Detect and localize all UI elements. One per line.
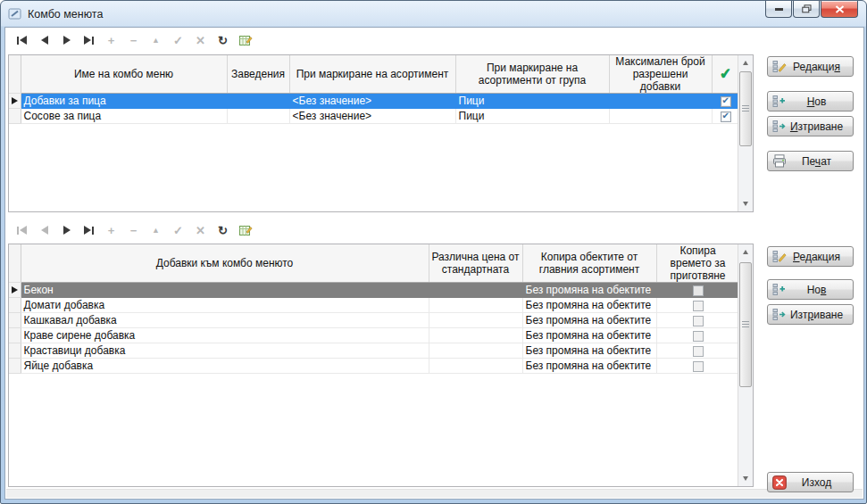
copy-time-checkbox[interactable] [693, 361, 704, 372]
restore-button[interactable] [793, 1, 820, 18]
nav-previous-icon[interactable] [33, 31, 55, 49]
close-button[interactable] [821, 1, 858, 18]
row-active-checkbox[interactable] [721, 112, 731, 122]
new-icon [772, 283, 787, 297]
scrollbar-thumb[interactable] [739, 71, 752, 146]
nav-next-icon[interactable] [55, 221, 78, 239]
nav-refresh-icon[interactable]: ↻ [212, 221, 234, 239]
column-header-on-mark-assortment[interactable]: При маркиране на асортимент [289, 55, 455, 94]
column-header-copy-objects[interactable]: Копира обектите от главния асортимент [522, 244, 656, 283]
scroll-up-button[interactable] [738, 244, 753, 260]
client-area: + − ▲ ✓ ✕ ↻ Име на комбо меню Заведения … [4, 27, 864, 500]
table-row[interactable]: Добавки за пица <Без значение> Пици [9, 94, 739, 109]
table-row[interactable]: Домати добавка Без промяна на обектите [9, 298, 739, 313]
button-label: Редакция [793, 61, 840, 73]
delete-button-top[interactable]: Изтриване [767, 116, 854, 136]
nav-add-icon: + [100, 221, 122, 239]
edit-icon [772, 250, 787, 264]
status-strip [6, 489, 863, 498]
button-label: Печат [802, 155, 831, 168]
thumb-grip-icon [742, 105, 749, 112]
nav-refresh-icon[interactable]: ↻ [212, 31, 234, 49]
minimize-icon [775, 8, 783, 11]
row-indicator-header [9, 244, 21, 283]
exit-icon [772, 475, 787, 490]
delete-icon [772, 120, 787, 134]
nav-post-icon: ✓ [167, 31, 189, 49]
button-label: Изтриване [790, 309, 843, 321]
table-row[interactable]: Сосове за пица <Без значение> Пици [9, 109, 739, 124]
edit-button-bottom[interactable]: Редакция [767, 246, 854, 267]
minimize-button[interactable] [765, 1, 792, 18]
nav-cancel-icon: ✕ [189, 221, 212, 239]
column-header-copy-time[interactable]: Копира времето за приготвяне [656, 244, 739, 283]
table-row[interactable]: Кашкавал добавка Без промяна на обектите [9, 313, 739, 328]
vertical-scrollbar[interactable] [738, 244, 753, 486]
button-label: Изход [802, 476, 831, 489]
thumb-grip-icon [742, 321, 749, 328]
grid-edit-icon[interactable] [234, 31, 256, 49]
scrollbar-thumb[interactable] [739, 262, 752, 387]
copy-time-checkbox[interactable] [693, 301, 704, 311]
scroll-up-button[interactable] [738, 55, 753, 70]
column-header-on-mark-group[interactable]: При маркиране на асортименти от група [455, 55, 609, 94]
new-button-top[interactable]: Нов [767, 91, 854, 112]
scroll-up-icon [743, 250, 748, 254]
navigator-toolbar-bottom: + − ▲ ✓ ✕ ↻ [11, 220, 256, 240]
scroll-down-button[interactable] [738, 196, 753, 211]
button-label: Нов [807, 95, 827, 108]
copy-time-checkbox[interactable] [693, 285, 704, 296]
column-header-price[interactable]: Различна цена от стандартната [429, 244, 522, 283]
copy-time-checkbox[interactable] [693, 331, 704, 342]
column-header-active[interactable] [712, 55, 739, 94]
active-header-check-icon [719, 65, 732, 83]
new-icon [772, 95, 787, 109]
delete-icon [772, 308, 787, 322]
column-header-max-addons[interactable]: Максимален брой разрешени добавки [609, 55, 712, 94]
button-label: Нов [807, 284, 827, 296]
table-row[interactable]: Краве сирене добавка Без промяна на обек… [9, 328, 739, 343]
scroll-up-icon [743, 61, 748, 65]
grid-edit-icon[interactable] [234, 221, 256, 239]
new-button-bottom[interactable]: Нов [767, 279, 854, 300]
vertical-scrollbar[interactable] [738, 55, 753, 211]
row-indicator-header [9, 55, 21, 94]
scroll-down-icon [743, 202, 748, 206]
table-row[interactable]: Краставици добавка Без промяна на обекти… [9, 343, 739, 359]
scroll-down-icon [743, 476, 748, 481]
print-icon [772, 154, 787, 169]
nav-last-icon[interactable] [78, 221, 100, 239]
nav-first-icon[interactable] [11, 31, 33, 49]
combo-addons-grid: Добавки към комбо менюто Различна цена о… [8, 244, 754, 487]
edit-button-top[interactable]: Редакция [767, 56, 854, 77]
nav-next-icon[interactable] [55, 31, 78, 49]
copy-time-checkbox[interactable] [693, 316, 704, 326]
column-header-addon-name[interactable]: Добавки към комбо менюто [21, 244, 429, 283]
print-button[interactable]: Печат [767, 151, 854, 171]
row-active-checkbox[interactable] [721, 96, 731, 107]
window-icon [8, 7, 22, 21]
table-row[interactable]: Бекон Без промяна на обектите [9, 283, 739, 298]
nav-add-icon: + [100, 31, 122, 49]
nav-post-icon: ✓ [167, 221, 189, 239]
window-controls [764, 1, 858, 18]
combo-menus-grid: Име на комбо меню Заведения При маркиран… [8, 54, 754, 212]
nav-remove-icon: − [122, 221, 145, 239]
nav-last-icon[interactable] [78, 31, 100, 49]
edit-icon [772, 60, 787, 74]
current-row-arrow-icon [12, 97, 18, 104]
column-header-sites[interactable]: Заведения [227, 55, 289, 94]
scroll-down-button[interactable] [738, 471, 753, 486]
restore-icon [802, 1, 812, 17]
exit-button[interactable]: Изход [767, 472, 854, 492]
window-title: Комбо менюта [28, 8, 103, 21]
column-header-name[interactable]: Име на комбо меню [21, 55, 227, 94]
current-row-arrow-icon [12, 286, 18, 293]
nav-first-icon [11, 221, 33, 239]
table-row[interactable]: Яйце добавка Без промяна на обектите [9, 359, 739, 374]
copy-time-checkbox[interactable] [693, 346, 704, 357]
titlebar[interactable]: Комбо менюта [1, 1, 866, 27]
nav-edit-icon: ▲ [145, 31, 167, 49]
delete-button-bottom[interactable]: Изтриване [767, 304, 854, 325]
close-icon [835, 1, 845, 17]
